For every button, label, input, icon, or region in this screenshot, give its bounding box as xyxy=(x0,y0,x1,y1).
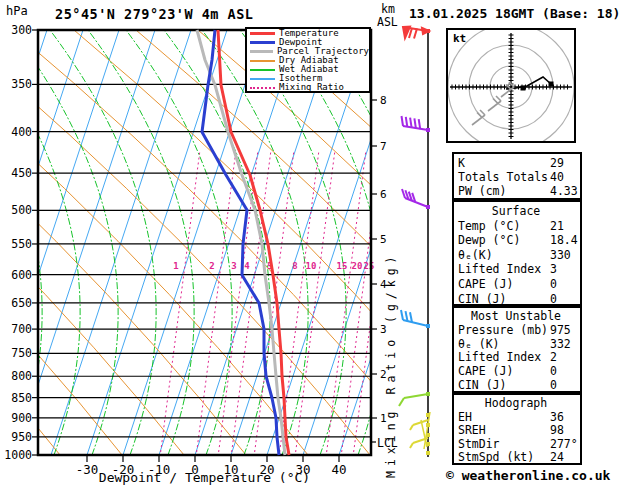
row-label: θₑ(K) xyxy=(458,248,550,263)
svg-text:15: 15 xyxy=(337,261,348,271)
row-label: EH xyxy=(458,411,550,425)
barb-marker xyxy=(426,451,430,455)
row-label: Totals Totals xyxy=(458,170,550,184)
temperature-axis-label: Dewpoint / Temperature (°C) xyxy=(38,470,371,485)
svg-text:25: 25 xyxy=(364,261,375,271)
svg-text:400: 400 xyxy=(11,125,32,139)
row-label: K xyxy=(458,156,550,170)
row-label: CAPE (J) xyxy=(458,365,550,379)
row-value: 98 xyxy=(550,424,580,438)
parcel-legend-swatch xyxy=(250,50,273,53)
row-label: SREH xyxy=(458,424,550,438)
row-label: PW (cm) xyxy=(458,184,550,198)
row-label: Temp (°C) xyxy=(458,219,550,234)
row-value: 29 xyxy=(550,156,580,170)
row-value: 21 xyxy=(550,219,580,234)
row-value: 2 xyxy=(550,351,580,365)
barb-marker xyxy=(426,324,430,328)
legend-item: Mixing Ratio xyxy=(247,83,369,92)
row-value: 330 xyxy=(550,248,580,263)
row-value: 0 xyxy=(550,277,580,292)
svg-text:1000: 1000 xyxy=(4,448,32,462)
mixing_ratio-legend-swatch xyxy=(250,87,275,89)
svg-text:500: 500 xyxy=(11,203,32,217)
table-row: EH36 xyxy=(458,411,580,425)
svg-text:700: 700 xyxy=(11,322,32,336)
legend-label: Mixing Ratio xyxy=(279,83,344,92)
row-label: CIN (J) xyxy=(458,379,550,393)
table-row: CAPE (J)0 xyxy=(458,365,580,379)
hodograph-plot xyxy=(448,30,574,141)
row-value: 4.33 xyxy=(550,184,580,198)
svg-text:650: 650 xyxy=(11,296,32,310)
row-value: 36 xyxy=(550,411,580,425)
wind-barb xyxy=(402,116,429,130)
svg-text:550: 550 xyxy=(11,237,32,251)
svg-text:300: 300 xyxy=(11,23,32,37)
indices-table: K29Totals Totals40PW (cm)4.33 xyxy=(452,152,582,200)
lcl-label: LCL xyxy=(377,436,398,450)
row-value: 40 xyxy=(550,170,580,184)
svg-text:600: 600 xyxy=(11,268,32,282)
row-value: 24 xyxy=(550,451,580,465)
row-value: 0 xyxy=(550,292,580,307)
row-value: 277° xyxy=(550,438,580,452)
svg-text:350: 350 xyxy=(11,77,32,91)
row-label: Dewp (°C) xyxy=(458,233,550,248)
temperature-legend-swatch xyxy=(250,32,275,35)
row-label: Lifted Index xyxy=(458,351,550,365)
svg-text:8: 8 xyxy=(292,261,297,271)
svg-text:10: 10 xyxy=(306,261,317,271)
row-label: StmSpd (kt) xyxy=(458,451,550,465)
row-value: 975 xyxy=(550,324,580,338)
svg-text:750: 750 xyxy=(11,346,32,360)
hodograph-axes xyxy=(450,33,572,139)
row-value: 0 xyxy=(550,379,580,393)
wind-barb xyxy=(402,189,428,207)
table-row: Temp (°C)21 xyxy=(458,219,580,234)
table-row: θₑ(K)330 xyxy=(458,248,580,263)
svg-text:3: 3 xyxy=(231,261,236,271)
svg-text:8: 8 xyxy=(380,94,387,107)
wind-barb xyxy=(399,394,428,406)
barb-marker xyxy=(426,29,430,33)
copyright: © weatheronline.co.uk xyxy=(446,468,610,483)
table-section-header: Surface xyxy=(458,204,580,219)
svg-text:850: 850 xyxy=(11,391,32,405)
row-label: θₑ (K) xyxy=(458,338,550,352)
svg-text:4: 4 xyxy=(244,261,250,271)
legend: TemperatureDewpointParcel TrajectoryDry … xyxy=(245,27,371,93)
table-row: Totals Totals40 xyxy=(458,170,580,184)
surface-table: Surface Temp (°C)21Dewp (°C)18.4θₑ(K)330… xyxy=(452,200,582,306)
row-label: Pressure (mb) xyxy=(458,324,550,338)
hodograph-marker xyxy=(521,86,526,91)
hodograph-table: Hodograph EH36SREH98StmDir277°StmSpd (kt… xyxy=(452,393,582,465)
svg-text:5: 5 xyxy=(380,233,387,246)
hodograph-panel: kt xyxy=(446,28,576,143)
row-value: 3 xyxy=(550,262,580,277)
svg-text:800: 800 xyxy=(11,369,32,383)
table-row: StmDir277° xyxy=(458,438,580,452)
table-row: Dewp (°C)18.4 xyxy=(458,233,580,248)
row-value: 0 xyxy=(550,365,580,379)
table-row: SREH98 xyxy=(458,424,580,438)
table-row: Lifted Index3 xyxy=(458,262,580,277)
table-row: PW (cm)4.33 xyxy=(458,184,580,198)
most-unstable-table: Most Unstable Pressure (mb)975θₑ (K)332L… xyxy=(452,306,582,393)
barb-marker xyxy=(426,392,430,396)
table-section-header: Hodograph xyxy=(458,397,580,411)
table-row: K29 xyxy=(458,156,580,170)
wind-barb xyxy=(410,420,428,430)
hodograph-unit-label: kt xyxy=(453,32,466,45)
table-section-header: Most Unstable xyxy=(458,310,580,324)
table-row: Lifted Index2 xyxy=(458,351,580,365)
svg-text:900: 900 xyxy=(11,411,32,425)
svg-text:950: 950 xyxy=(11,430,32,444)
svg-text:6: 6 xyxy=(380,188,387,201)
svg-text:450: 450 xyxy=(11,166,32,180)
row-value: 18.4 xyxy=(550,233,580,248)
pressure-gridlines xyxy=(32,30,371,455)
table-row: CIN (J)0 xyxy=(458,292,580,307)
sounding-chart-page: hPa 25°45'N 279°23'W 4m ASL km ASL 13.01… xyxy=(0,0,629,486)
barb-marker xyxy=(426,128,430,132)
